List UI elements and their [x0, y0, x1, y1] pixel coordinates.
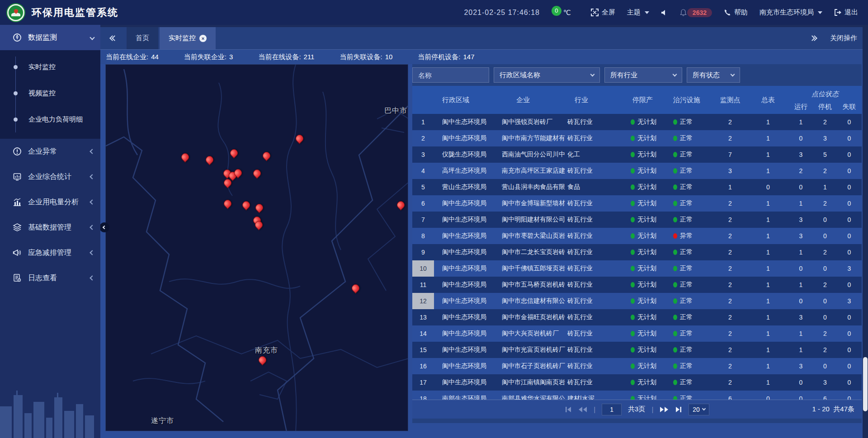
sidebar-item-emergency-reduction[interactable]: 应急减排管理 — [0, 240, 100, 265]
status-dot-icon — [631, 152, 635, 157]
map-pin[interactable] — [254, 202, 264, 213]
table-row[interactable]: 17阆中生态环境局阆中市江南镇阆南页岩砖瓦行业无计划正常21030 — [412, 374, 862, 391]
col-meters: 总表 — [748, 86, 788, 114]
sidebar-item-realtime-monitoring[interactable]: 实时监控 — [0, 54, 100, 80]
region-filter-select[interactable]: 行政区域名称 — [494, 67, 600, 83]
mute-button[interactable] — [661, 9, 668, 16]
tabs-scroll-left-button[interactable] — [110, 36, 117, 40]
chevron-down-icon — [818, 11, 822, 14]
fullscreen-button[interactable]: 全屏 — [591, 8, 615, 17]
panel-collapse-button[interactable] — [99, 222, 109, 232]
close-icon[interactable]: × — [199, 35, 207, 42]
cell-region: 阆中生态环境局 — [434, 216, 501, 224]
map-pin[interactable] — [294, 133, 305, 144]
industry-filter-select[interactable]: 所有行业 — [604, 67, 682, 83]
sidebar-item-data-monitoring[interactable]: 数据监测 — [0, 25, 100, 50]
cell-limit-status: 无计划 — [624, 330, 670, 338]
row-number: 8 — [412, 228, 434, 244]
map-pin[interactable] — [222, 198, 233, 209]
theme-dropdown[interactable]: 主题 — [627, 8, 649, 17]
row-number: 11 — [412, 277, 434, 293]
map-pin[interactable] — [204, 154, 215, 165]
help-button[interactable]: 帮助 — [724, 8, 748, 17]
sidebar-item-power-load-detail[interactable]: 企业电力负荷明细 — [0, 106, 100, 132]
prev-page-button[interactable] — [578, 406, 587, 413]
sidebar-item-base-data[interactable]: 基础数据管理 — [0, 215, 100, 240]
table-row[interactable]: 11阆中生态环境局阆中市五马桥页岩机砖砖瓦行业无计划正常21120 — [412, 277, 862, 293]
cell-run: 3 — [788, 314, 813, 321]
table-row[interactable]: 3仪陇生态环境局西南油气田分公司川中化工无计划正常71350 — [412, 146, 862, 163]
table-row[interactable]: 12阆中生态环境局阆中市忠信建材有限公砖瓦行业无计划正常21003 — [412, 293, 862, 309]
cell-company: 西南油气田分公司川中 — [501, 151, 566, 159]
tabs-scroll-right-button[interactable] — [810, 36, 816, 40]
page-size-select[interactable]: 20 — [689, 404, 709, 415]
map-panel[interactable]: 巴中市南充市遂宁市 — [105, 64, 408, 431]
map-pin[interactable] — [395, 199, 406, 210]
map-pin[interactable] — [228, 147, 239, 158]
table-row[interactable]: 9阆中生态环境局阆中市二龙长宝页岩砖砖瓦行业无计划正常21120 — [412, 244, 862, 260]
pagination-summary: 1 - 20 共47条 — [812, 405, 854, 414]
sidebar-item-enterprise-statistics[interactable]: 企业综合统计 — [0, 164, 100, 189]
tab-home[interactable]: 首页 — [127, 27, 158, 49]
first-page-button[interactable] — [565, 406, 572, 413]
table-row[interactable]: 7阆中生态环境局阆中明阳建材有限公司砖瓦行业无计划正常21300 — [412, 212, 862, 228]
page-scrollbar[interactable] — [863, 25, 868, 438]
cell-run: 1 — [788, 118, 813, 126]
col-group-point-status: 点位状态 — [788, 86, 862, 99]
table-row[interactable]: 6阆中生态环境局阆中市金博瑞新型墙材砖瓦行业无计划正常21120 — [412, 195, 862, 212]
sidebar-item-video-monitoring[interactable]: 视频监控 — [0, 80, 100, 106]
table-row[interactable]: 1阆中生态环境局阆中强锐页岩砖厂砖瓦行业无计划正常21120 — [412, 114, 862, 130]
next-page-button[interactable] — [660, 406, 669, 413]
chevron-down-icon — [702, 407, 706, 410]
notifications[interactable]: 2632 — [680, 8, 712, 17]
cell-industry: 化工 — [566, 151, 624, 159]
cell-company: 阆中市江南镇阆南页岩 — [501, 378, 566, 386]
status-dot-icon — [673, 201, 677, 206]
table-row[interactable]: 5营山生态环境局营山县润丰肉食品有限食品无计划正常10010 — [412, 179, 862, 195]
name-filter-input[interactable] — [412, 67, 489, 83]
map-pin[interactable] — [251, 168, 262, 179]
table-row[interactable]: 10阆中生态环境局阆中千佛镇五郎垭页岩砖瓦行业无计划正常21003 — [412, 260, 862, 277]
close-operations-button[interactable]: 关闭操作 — [830, 34, 857, 42]
sidebar-item-enterprise-abnormal[interactable]: 企业异常 — [0, 139, 100, 164]
status-filter-select[interactable]: 所有状态 — [687, 67, 740, 83]
cell-region: 阆中生态环境局 — [434, 232, 501, 240]
table-row[interactable]: 4高坪生态环境局南充市高坪区王家店建砖瓦行业无计划正常31220 — [412, 163, 862, 179]
table-row[interactable]: 13阆中生态环境局阆中市金福旺页岩机砖砖瓦行业无计划正常21300 — [412, 309, 862, 325]
map-pin[interactable] — [179, 151, 190, 162]
sidebar-item-log-view[interactable]: 日志查看 — [0, 265, 100, 291]
last-page-button[interactable] — [675, 406, 682, 413]
table-row[interactable]: 2阆中生态环境局阆中市南方节能建材有砖瓦行业无计划正常21030 — [412, 130, 862, 146]
table-row[interactable]: 14阆中生态环境局阆中大兴页岩机砖厂砖瓦行业无计划正常21120 — [412, 325, 862, 342]
cell-company: 阆中市石子页岩机砖厂 — [501, 362, 566, 370]
cell-limit-status: 无计划 — [624, 378, 670, 386]
chevron-down-icon — [590, 72, 595, 76]
table-row[interactable]: 15阆中生态环境局阆中市光富页岩机砖厂砖瓦行业无计划正常21120 — [412, 342, 862, 358]
scrollbar-thumb[interactable] — [863, 357, 868, 411]
cell-region: 营山生态环境局 — [434, 183, 501, 191]
page-number-input[interactable] — [602, 404, 622, 415]
map-pin[interactable] — [257, 354, 268, 365]
enterprise-panel: 行政区域名称 所有行业 所有状态 行政区域 企业 行业 停限产 治污设施 — [412, 64, 862, 423]
tabs: 首页 实时监控 × — [127, 27, 216, 49]
table-row[interactable]: 16阆中生态环境局阆中市石子页岩机砖厂砖瓦行业无计划正常21300 — [412, 358, 862, 374]
map-pin[interactable] — [350, 283, 361, 293]
org-dropdown[interactable]: 南充市生态环境局 — [760, 8, 822, 17]
status-dot-icon — [673, 315, 677, 320]
sidebar-item-power-analysis[interactable]: 企业用电量分析 — [0, 189, 100, 215]
table-row[interactable]: 8阆中生态环境局阆中市枣碧大梁山页岩砖瓦行业无计划异常21300 — [412, 228, 862, 244]
cell-stop: 0 — [813, 216, 837, 223]
tab-realtime-monitoring[interactable]: 实时监控 × — [160, 27, 216, 49]
cell-points: 2 — [712, 314, 748, 321]
row-number: 17 — [412, 374, 434, 391]
map-pin[interactable] — [261, 150, 272, 161]
map-pin[interactable] — [241, 199, 251, 210]
cell-lost: 0 — [837, 363, 862, 370]
temperature-badge: 0 — [552, 6, 561, 16]
logout-button[interactable]: 退出 — [834, 8, 858, 17]
cell-stop: 2 — [813, 200, 837, 207]
table-row[interactable]: 18南部生态环境局南部县难华水泥有限公建材|水泥无计划正常60060 — [412, 391, 862, 400]
tab-bar: 首页 实时监控 × 关闭操作 — [100, 25, 868, 49]
cell-region: 阆中生态环境局 — [434, 199, 501, 207]
chevron-left-icon — [90, 199, 94, 204]
